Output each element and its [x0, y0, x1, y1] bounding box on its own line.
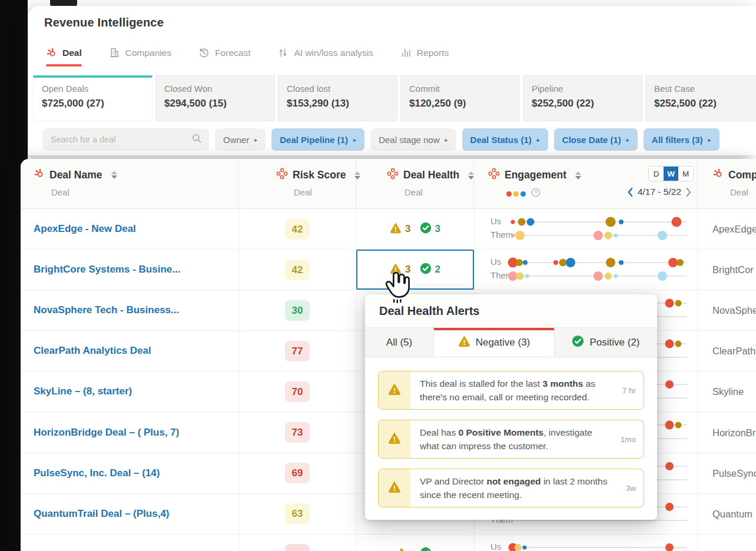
- tab-reports[interactable]: Reports: [400, 47, 449, 67]
- prev-period-chevron[interactable]: [627, 187, 634, 197]
- tab-companies[interactable]: Companies: [109, 47, 171, 67]
- next-period-chevron[interactable]: [685, 187, 692, 197]
- deal-health-cell[interactable]: 3 2: [356, 250, 474, 290]
- chevron-right-icon: ▸: [708, 137, 711, 143]
- company-name: NovaSphe: [698, 305, 756, 316]
- filter-chip-all-filters[interactable]: All filters (3)▸: [644, 128, 719, 151]
- engagement-dot: [566, 258, 575, 267]
- engagement-dot: [604, 232, 612, 240]
- popover-tab-positive[interactable]: Positive (2): [555, 328, 657, 357]
- warning-icon: [388, 480, 401, 496]
- engagement-dot: [675, 341, 681, 347]
- filter-chip-deal-status[interactable]: Deal Status (1)▸: [462, 128, 548, 151]
- column-header-deal-health: Deal Health Deal: [356, 159, 474, 208]
- engagement-dot: [593, 231, 603, 240]
- ai-arrows-icon: [277, 47, 289, 58]
- legend-dot: [513, 191, 519, 197]
- column-header-deal-name: Deal Name Deal: [21, 159, 238, 208]
- summary-card-closed-lost[interactable]: Closed lost$153,290 (13): [278, 75, 397, 121]
- summary-card-closed-won[interactable]: Closed Won$294,500 (15): [155, 75, 275, 121]
- warning-icon: [388, 431, 401, 447]
- table-row: ApexEdge - New Deal42 3 3 Us Them ApexEd…: [21, 209, 756, 250]
- main-tabs: DealCompaniesForecastAI win/loss analysi…: [46, 47, 449, 67]
- filter-chip-deal-stage-now[interactable]: Deal stage now▸: [370, 128, 456, 151]
- deal-name-link[interactable]: BrightCore Systems - Busine...: [34, 264, 180, 276]
- search-icon: [191, 133, 202, 146]
- deal-name-link[interactable]: SkyLine – (8, starter): [34, 386, 132, 397]
- chevron-right-icon: ▸: [537, 137, 540, 143]
- alert-card: VP and Director not engaged in last 2 mo…: [378, 469, 644, 507]
- us-label: Us: [490, 542, 501, 551]
- hubspot-sprocket-icon: [712, 168, 724, 182]
- chevron-right-icon: ▸: [626, 137, 629, 143]
- deal-health-cell[interactable]: 3 3: [356, 209, 474, 249]
- deal-name-link[interactable]: ApexEdge - New Deal: [34, 223, 136, 235]
- risk-score-badge: 73: [285, 422, 310, 443]
- alert-timestamp: 1mo: [615, 420, 644, 458]
- filter-chip-close-date[interactable]: Close Date (1)▸: [554, 128, 638, 151]
- search-input[interactable]: [42, 128, 209, 151]
- engagement-dot: [665, 380, 674, 389]
- tab-forecast[interactable]: Forecast: [198, 47, 250, 67]
- table-row: Us Them: [21, 535, 756, 551]
- summary-card-open-deals[interactable]: Open Deals$725,000 (27): [33, 75, 152, 121]
- sort-deal-health[interactable]: [468, 171, 474, 180]
- period-button-w[interactable]: W: [664, 167, 678, 181]
- period-button-m[interactable]: M: [678, 167, 693, 181]
- help-icon[interactable]: ?: [528, 188, 541, 200]
- alert-text: Deal has 0 Positive Moments, investigate…: [410, 420, 615, 458]
- tab-ai-win-loss[interactable]: AI win/loss analysis: [277, 47, 373, 67]
- summary-card-pipeline[interactable]: Pipeline$252,500 (22): [523, 75, 642, 121]
- engagement-dot: [593, 271, 603, 281]
- engagement-dot: [518, 218, 526, 226]
- check-icon: [572, 335, 584, 350]
- deal-name-link[interactable]: ClearPath Analytics Deal: [34, 345, 151, 357]
- engagement-dot: [665, 299, 674, 308]
- engagement-dot: [523, 260, 528, 265]
- sort-deal-name[interactable]: [111, 171, 117, 179]
- chevron-right-icon: ▸: [254, 137, 257, 143]
- negative-count: 3: [405, 264, 410, 276]
- company-name: HorizonBr: [698, 427, 755, 438]
- table-row: BrightCore Systems - Busine...42 3 2 Us …: [21, 250, 756, 290]
- summary-card-commit[interactable]: Commit$120,250 (9): [400, 75, 520, 121]
- sort-engagement[interactable]: [575, 171, 581, 180]
- warning-icon: [390, 263, 402, 277]
- period-button-d[interactable]: D: [649, 167, 664, 181]
- search-field[interactable]: [49, 134, 191, 145]
- risk-score-badge: 42: [285, 219, 310, 240]
- us-label: Us: [490, 216, 501, 226]
- deal-name-link[interactable]: PulseSync, Inc. Deal – (14): [34, 467, 160, 479]
- warning-icon: [458, 335, 470, 350]
- deal-name-link[interactable]: HorizonBridge Deal – ( Plus, 7): [34, 427, 180, 439]
- popover-tab-all[interactable]: All (5): [365, 328, 434, 357]
- company-name: Quantum: [698, 508, 752, 519]
- popover-tab-negative[interactable]: Negative (3): [434, 328, 555, 357]
- card-label: Closed Won: [164, 84, 274, 94]
- warning-icon: [390, 222, 402, 237]
- card-label: Commit: [409, 84, 519, 94]
- engagement-dot: [671, 217, 681, 227]
- filter-chip-owner[interactable]: Owner▸: [215, 128, 266, 151]
- sprocket-red-icon: [46, 47, 57, 58]
- engagement-dot: [515, 231, 525, 240]
- card-label: Closed lost: [287, 84, 397, 94]
- deal-name-link[interactable]: QuantumTrail Deal – (Plus,4): [34, 508, 170, 520]
- legend-dot: [506, 191, 512, 197]
- alert-strip: [379, 371, 410, 409]
- deal-health-cell[interactable]: [356, 535, 474, 551]
- us-label: Us: [490, 257, 501, 267]
- crm-cross-icon: [387, 168, 399, 182]
- alert-strip: [379, 469, 410, 507]
- chevron-right-icon: ▸: [353, 137, 356, 143]
- engagement-dot: [559, 259, 566, 267]
- deal-name-link[interactable]: NovaSphere Tech - Business...: [34, 304, 179, 316]
- summary-card-best-case[interactable]: Best Case$252,500 (22): [645, 75, 756, 121]
- check-icon: [420, 263, 432, 277]
- filter-chip-deal-pipeline[interactable]: Deal Pipeline (1)▸: [271, 128, 364, 151]
- tab-deal[interactable]: Deal: [46, 47, 82, 67]
- card-label: Open Deals: [42, 84, 152, 94]
- company-name: ClearPath: [698, 346, 755, 357]
- alert-text: This deal is stalled for the last 3 mont…: [410, 371, 615, 409]
- engagement-dot: [511, 234, 515, 237]
